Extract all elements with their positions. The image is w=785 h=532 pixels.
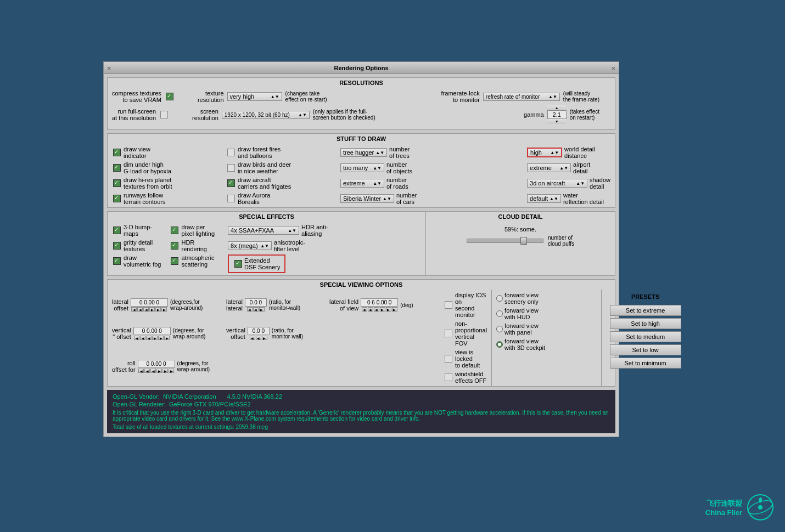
gamma-down-btn[interactable]: ▼ <box>547 119 566 124</box>
aniso-dropdown[interactable]: 8x (mega) ▲▼ <box>228 241 272 250</box>
set-to-medium-button[interactable]: Set to medium <box>610 331 681 342</box>
vo-1[interactable]: ◀ <box>134 336 139 340</box>
texture-resolution-dropdown[interactable]: very high ▲▼ <box>227 92 282 101</box>
draw-hi-res-item: draw hi-res planet textures from orbit <box>112 177 222 190</box>
viewing-row3-col3 <box>329 349 439 384</box>
view-locked-checkbox[interactable] <box>445 355 452 363</box>
framerate-dropdown[interactable]: refresh rate of monitor ▲▼ <box>483 93 560 101</box>
extended-dsf-button[interactable]: Extended DSF Scenery <box>228 254 285 273</box>
vr-2[interactable]: ◀ <box>256 336 261 340</box>
gamma-up-btn[interactable]: ▲ <box>547 105 566 110</box>
draw-hi-res-checkbox[interactable] <box>113 179 121 187</box>
latr-3[interactable]: ▶ <box>259 307 265 312</box>
close-left-button[interactable]: × <box>107 64 111 72</box>
roll-2[interactable]: ◀ <box>144 369 150 373</box>
windshield-checkbox[interactable] <box>445 373 452 381</box>
fov-2[interactable]: ◀ <box>368 307 373 312</box>
screen-resolution-dropdown[interactable]: 1920 x 1200, 32 bit (60 hz) ▲▼ <box>222 111 310 119</box>
set-to-extreme-button[interactable]: Set to extreme <box>610 305 681 316</box>
vertical-offset-value[interactable]: 0 0.00 0 <box>133 327 171 335</box>
forward-panel-radio[interactable] <box>496 326 503 332</box>
draw-aircraft-checkbox[interactable] <box>227 179 235 187</box>
hdr-label: HDR <box>181 239 206 246</box>
gritty-detail-checkbox[interactable] <box>113 242 121 250</box>
objects-dropdown[interactable]: too many ▲▼ <box>340 163 384 172</box>
non-proportional-checkbox[interactable] <box>445 330 452 337</box>
lat-up3[interactable]: ◀ <box>143 307 149 312</box>
run-fullscreen-checkbox[interactable] <box>160 111 168 118</box>
lat-up2[interactable]: ◀ <box>137 307 143 312</box>
lat-up6[interactable]: ▶ <box>161 307 167 312</box>
gamma-value: 2.1 <box>547 110 567 119</box>
roll-6[interactable]: ▶ <box>169 369 174 373</box>
world-detail-dropdown[interactable]: high ▲▼ <box>528 149 561 156</box>
draw-birds-checkbox[interactable] <box>227 164 235 172</box>
set-to-minimum-button[interactable]: Set to minimum <box>610 358 681 369</box>
roll-1[interactable]: ◀ <box>138 369 144 373</box>
fov-6[interactable]: ▶ <box>392 307 397 312</box>
draw-aurora-checkbox[interactable] <box>227 195 235 202</box>
airport-detail-row: extreme ▲▼ airport detail <box>527 161 610 174</box>
runways-follow-checkbox[interactable] <box>113 195 121 202</box>
draw-view-label: draw view <box>124 146 150 152</box>
cloud-slider-thumb[interactable] <box>520 237 527 245</box>
set-to-low-button[interactable]: Set to low <box>610 344 681 355</box>
airport-dropdown[interactable]: extreme ▲▼ <box>527 163 571 172</box>
hdr-rendering-checkbox[interactable] <box>171 242 178 250</box>
lateral-offset-value[interactable]: 0 0.00 0 <box>131 298 168 307</box>
roll-5[interactable]: ▶ <box>162 369 168 373</box>
latr-1[interactable]: ◀ <box>247 307 253 312</box>
effect-on-restart-label: effect on re-start) <box>285 97 327 103</box>
fov-3[interactable]: ◀ <box>374 307 379 312</box>
viewing-opts-area: lateral offset 0 0.00 0 ◀ ◀ ◀ ▶ ▶ ▶ <box>108 290 491 386</box>
lat-up4[interactable]: ▶ <box>149 307 155 312</box>
vo-5[interactable]: ▶ <box>158 336 164 340</box>
cloud-slider-track[interactable] <box>467 239 543 243</box>
forward-3d-radio[interactable] <box>496 341 503 348</box>
tree-hugger-dropdown[interactable]: tree hugger ▲▼ <box>340 148 387 157</box>
forward-scenery-radio[interactable] <box>496 295 503 302</box>
lat-up5[interactable]: ▶ <box>155 307 161 312</box>
extended-dsf-checkbox[interactable] <box>234 260 242 268</box>
fov-1[interactable]: ◀ <box>362 307 367 312</box>
vo-6[interactable]: ▶ <box>164 336 170 340</box>
fov-5[interactable]: ▶ <box>386 307 391 312</box>
shadow-dropdown[interactable]: 3d on aircraft ▲▼ <box>527 179 587 188</box>
compress-textures-checkbox[interactable] <box>166 93 173 100</box>
draw-per-pixel-checkbox[interactable] <box>171 227 178 234</box>
roll-3[interactable]: ◀ <box>150 369 156 373</box>
roll-value[interactable]: 0 0.00 0 <box>138 360 175 368</box>
vo-4[interactable]: ▶ <box>152 336 158 340</box>
extreme-roads-row: extreme ▲▼ number of roads <box>340 177 483 190</box>
lateral-fov-value[interactable]: 0 6 0.00 0 <box>361 298 398 307</box>
fov-4[interactable]: ▶ <box>380 307 385 312</box>
vo-2[interactable]: ◀ <box>140 336 145 340</box>
roll-4[interactable]: ▶ <box>156 369 162 373</box>
vertical-ratio-value[interactable]: 0.0 0 <box>248 327 270 335</box>
special-effects-content: 3-D bump- maps gritty detail textures <box>108 222 425 275</box>
vr-1[interactable]: ◀ <box>250 336 255 340</box>
cars-dropdown[interactable]: Siberia Winter ▲▼ <box>340 194 394 203</box>
3d-bump-checkbox[interactable] <box>113 227 121 234</box>
atmospheric-checkbox[interactable] <box>171 257 178 265</box>
lateral-ratio-value[interactable]: 0.0 0 <box>245 298 267 307</box>
forward-panel-item: forward view with panel <box>496 322 597 336</box>
vertical2-label: vertical <box>226 327 245 333</box>
latr-2[interactable]: ◀ <box>253 307 259 312</box>
roads-dropdown[interactable]: extreme ▲▼ <box>340 179 384 188</box>
water-dropdown[interactable]: default ▲▼ <box>527 194 561 203</box>
volumetric-fog-checkbox[interactable] <box>113 257 121 265</box>
vr-3[interactable]: ▶ <box>262 336 267 340</box>
set-to-high-button[interactable]: Set to high <box>610 318 681 329</box>
dim-under-high-checkbox[interactable] <box>113 164 121 172</box>
close-right-button[interactable]: × <box>611 64 615 72</box>
lat-up1[interactable]: ◀ <box>131 307 137 312</box>
siberia-row: Siberia Winter ▲▼ number of cars <box>340 192 483 205</box>
vo-3[interactable]: ◀ <box>146 336 152 340</box>
draw-forest-fires-checkbox[interactable] <box>227 149 235 156</box>
display-ios-checkbox[interactable] <box>445 301 452 309</box>
draw-view-checkbox[interactable] <box>113 149 121 156</box>
forward-hud-radio[interactable] <box>496 310 503 317</box>
anti-alias-dropdown[interactable]: 4x SSAA+FXAA ▲▼ <box>228 226 299 235</box>
3d-bump-label: 3-D bump- <box>124 224 152 230</box>
